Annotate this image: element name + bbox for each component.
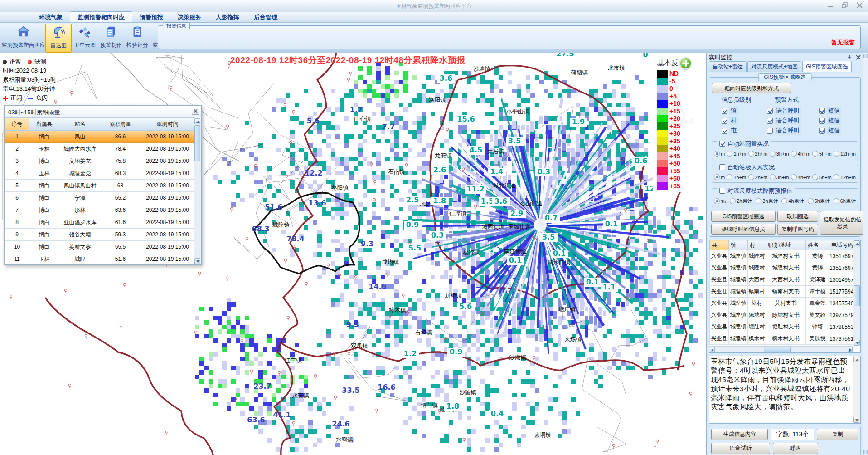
column-header-5[interactable]: 电话号码	[829, 240, 854, 250]
radio-option[interactable]: 1h+m	[727, 151, 746, 157]
call-button[interactable]: 呼叫	[773, 443, 818, 454]
radio-option[interactable]: 6h累计	[834, 198, 856, 205]
close-icon[interactable]	[192, 108, 199, 115]
radio-button[interactable]	[714, 151, 720, 157]
contact-vscrollbar[interactable]	[853, 240, 860, 346]
radio-option[interactable]: 3h累计	[756, 198, 778, 205]
table-row[interactable]: 兴业县城隍镇塘肚村塘肚村支书钟塔137885534	[710, 321, 854, 333]
radio-button[interactable]	[834, 198, 839, 204]
radio-option[interactable]: 5h累计	[808, 198, 830, 205]
close-icon[interactable]	[856, 54, 861, 61]
level-checkbox[interactable]	[722, 108, 727, 114]
radio-option[interactable]: 5h+m	[812, 151, 832, 157]
column-header-3[interactable]: 累积雨量	[101, 118, 140, 131]
radio-button[interactable]	[748, 151, 754, 157]
radio-option[interactable]: 3h+m	[770, 151, 789, 157]
table-row[interactable]: 兴业县城隍镇镇南村镇南村支书谭于模151775946	[710, 286, 854, 298]
tab-1[interactable]: 对流尺度模式+地图	[747, 61, 801, 72]
rain-table-panel[interactable]: 03时~15时累积雨量 序号所属县站名累积雨量观测时间1博白凤山86.62022…	[4, 105, 202, 265]
map-area[interactable]: 沙塘镇蒲塘镇北市镇洛阳镇小平山镇民乐镇山心镇大居镇龙安镇石南镇葵阳镇平山镇仁厚镇…	[0, 53, 706, 455]
radio-option[interactable]: m	[714, 174, 725, 180]
scroll-up-icon[interactable]	[863, 54, 868, 58]
table-row[interactable]: 兴业县城隍镇城隍村城隍村支书黄铸135176975	[710, 250, 854, 262]
radio-option[interactable]: 3h+m	[770, 174, 789, 180]
radio-option[interactable]: 2h+m	[748, 174, 768, 180]
sms-checkbox[interactable]	[819, 128, 825, 134]
column-header-1[interactable]: 镇	[729, 240, 748, 250]
toolbar-button-4[interactable]: 检验评分	[124, 24, 150, 53]
minimize-icon[interactable]	[827, 2, 834, 9]
sms-checkbox[interactable]	[819, 108, 825, 114]
table-row[interactable]: 2玉林城隍大西水库78.42022-08-19 15:00	[5, 143, 195, 155]
menu-tab-5[interactable]: 后台管理	[247, 12, 285, 22]
table-row[interactable]: 10博白英桥文黎55.52022-08-19 15:00	[5, 241, 195, 253]
scroll-thumb[interactable]	[854, 285, 860, 306]
warning-message-box[interactable]: 玉林市气象台19日5时15分发布暴雨橙色预警信号：4时以来兴业县城隍大西水库已出…	[709, 356, 861, 424]
copy-button[interactable]: 复制	[817, 429, 858, 440]
table-row[interactable]: 4玉林城隍金党68.32022-08-19 15:00	[5, 167, 195, 180]
radio-option[interactable]: 4h累计	[781, 198, 804, 205]
radio-button[interactable]	[781, 198, 787, 204]
extract-sms-informers-button[interactable]: 提取发短信的信息员	[820, 211, 865, 235]
table-row[interactable]: 5博白凤山镇凤山村682022-08-19 15:00	[5, 180, 195, 192]
group-checkbox[interactable]	[719, 141, 725, 147]
menu-tab-4[interactable]: 人影指挥	[209, 12, 247, 22]
copy-call-numbers-button[interactable]: 复制呼叫号码	[777, 224, 818, 235]
toolbar-button-1[interactable]: 雷达图	[45, 24, 72, 53]
radio-button[interactable]	[808, 198, 814, 204]
radio-button[interactable]	[714, 174, 720, 180]
voice-call-checkbox[interactable]	[767, 108, 773, 114]
pin-icon[interactable]	[847, 54, 852, 61]
table-row[interactable]: 兴业县城隍镇大西村大西村支书梁泽建130149571	[710, 274, 854, 286]
radio-option[interactable]: 5h+m	[812, 174, 832, 180]
generate-message-button[interactable]: 生成信息内容	[711, 429, 768, 440]
call-level-mode-button[interactable]: 靶向叫应的级别和方式	[712, 83, 791, 93]
column-header-2[interactable]: 站名	[59, 118, 101, 131]
radio-option[interactable]: 2h+m	[748, 151, 768, 157]
informer-contact-table[interactable]: 县镇村职务/地址姓名电话号码兴业县城隍镇城隍村城隍村支书黄铸135176975兴…	[709, 240, 861, 353]
voice-call-checkbox[interactable]	[767, 128, 773, 134]
cancel-select-button[interactable]: 取消圈选	[777, 211, 818, 222]
table-row[interactable]: 兴业县城隍镇城隍村城隍村支书黄铸135176975	[710, 262, 854, 274]
table-row[interactable]: 兴业县城隍镇陈塘村陈塘村支书莫文绍139775796	[710, 309, 854, 321]
toolbar-button-0[interactable]: 监测预警靶向叫应	[2, 24, 45, 53]
voice-call-checkbox[interactable]	[767, 118, 773, 124]
scroll-down-icon[interactable]	[854, 340, 860, 346]
rain-table-scrollbar[interactable]	[194, 118, 201, 264]
scroll-down-icon[interactable]	[194, 258, 200, 264]
warning-message-text[interactable]: 玉林市气象台19日5时15分发布暴雨橙色预警信号：4时以来兴业县城隍大西水库已出…	[711, 357, 851, 422]
radio-button[interactable]	[770, 151, 776, 157]
radio-option[interactable]: 4h+m	[791, 151, 810, 157]
table-row[interactable]: 9博白顿谷大塘59.32022-08-19 15:00	[5, 229, 195, 241]
radio-button[interactable]	[730, 198, 736, 204]
column-header-3[interactable]: 职务/地址	[766, 240, 806, 250]
tab-2[interactable]: GIS预警区域圈选	[802, 61, 852, 72]
group-checkbox[interactable]	[719, 188, 725, 194]
table-row[interactable]: 3博白文地姜充75.82022-08-19 15:00	[5, 155, 195, 167]
radio-button[interactable]	[791, 174, 797, 180]
radio-option[interactable]: 4h+m	[791, 174, 810, 180]
column-header-0[interactable]: 序号	[5, 118, 29, 131]
menu-tab-2[interactable]: 预警预报	[132, 12, 170, 22]
level-checkbox[interactable]	[722, 128, 727, 134]
close-icon[interactable]	[856, 2, 863, 9]
table-row[interactable]: 11玉林城隍51.62022-08-19 15:00	[5, 253, 195, 265]
radio-option[interactable]: 1h	[714, 198, 726, 204]
panel-scrollbar[interactable]	[863, 53, 868, 455]
column-header-4[interactable]: 观测时间	[140, 118, 195, 131]
scroll-left-icon[interactable]	[710, 347, 715, 352]
level-checkbox[interactable]	[722, 118, 727, 124]
scroll-down-icon[interactable]	[853, 417, 859, 423]
restore-icon[interactable]	[842, 2, 849, 9]
toolbar-button-3[interactable]: 预警制作	[98, 24, 124, 53]
tts-preview-button[interactable]: 语音试听	[711, 443, 770, 454]
scroll-thumb[interactable]	[194, 125, 200, 161]
radio-button[interactable]	[812, 174, 818, 180]
menu-tab-3[interactable]: 决策服务	[170, 12, 209, 22]
scroll-up-icon[interactable]	[194, 118, 200, 124]
scroll-up-icon[interactable]	[854, 240, 860, 246]
radio-button[interactable]	[727, 151, 732, 157]
table-row[interactable]: 8博白亚山温罗水库61.62022-08-19 15:00	[5, 216, 195, 229]
radio-button[interactable]	[727, 174, 732, 180]
table-row[interactable]: 6博白宁潭65.22022-08-19 15:00	[5, 192, 195, 204]
